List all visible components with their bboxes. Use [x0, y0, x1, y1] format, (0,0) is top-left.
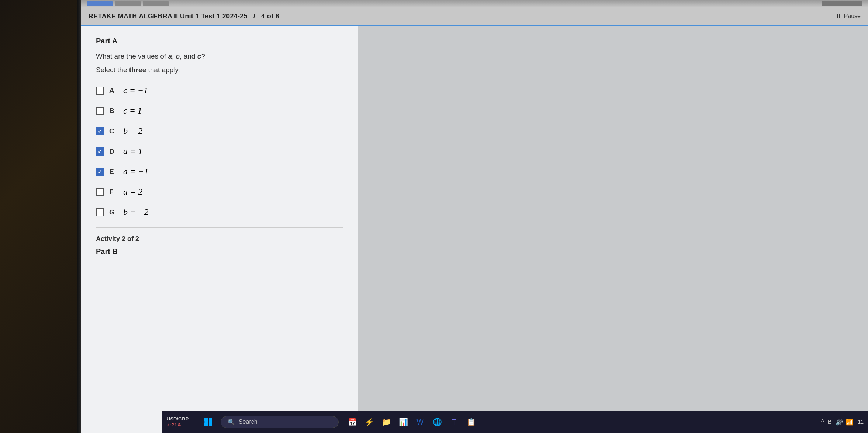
option-letter-d: D	[109, 147, 118, 156]
nav-btn-1[interactable]	[87, 1, 113, 6]
option-math-a: c = −1	[123, 85, 148, 95]
header-title: RETAKE MATH ALGEBRA II Unit 1 Test 1 202…	[89, 13, 279, 20]
part-a-label: Part A	[96, 37, 343, 45]
monitor-screen: RETAKE MATH ALGEBRA II Unit 1 Test 1 202…	[81, 0, 868, 433]
question-panel: Part A What are the values of a, b, and …	[81, 26, 358, 433]
option-math-c: b = 2	[123, 126, 142, 136]
search-text: Search	[239, 419, 257, 425]
tray-icon-1: ^	[821, 419, 824, 425]
physical-environment	[0, 0, 81, 433]
option-row-f: F a = 2	[96, 187, 343, 197]
option-letter-a: A	[109, 87, 118, 95]
option-row-c: C b = 2	[96, 126, 343, 136]
progress-text: 4 of 8	[261, 13, 279, 20]
select-instruction: Select the three that apply.	[96, 65, 343, 76]
system-tray: ^ 🖥 🔊 📶 11	[821, 419, 864, 426]
tray-wifi-icon: 📶	[846, 419, 853, 426]
taskbar-icons: 📅 ⚡ 📁 📊 W 🌐 T 📋	[345, 415, 478, 429]
folder-icon[interactable]: 📁	[379, 415, 393, 429]
option-row-b: B c = 1	[96, 106, 343, 116]
search-icon: 🔍	[228, 419, 235, 426]
sys-icons: ^ 🖥 🔊 📶	[821, 419, 854, 426]
option-letter-c: C	[109, 127, 118, 135]
option-row-d: D a = 1	[96, 146, 343, 156]
option-row-g: G b = −2	[96, 207, 343, 217]
taskbar: USD/GBP -0.31% 🔍 Search 📅 ⚡ 📁 📊 W	[162, 411, 868, 433]
option-letter-e: E	[109, 168, 118, 176]
tray-desktop-icon[interactable]: 🖥	[827, 419, 833, 425]
question-text: What are the values of a, b, and c?	[96, 51, 343, 62]
option-math-g: b = −2	[123, 207, 148, 217]
checkbox-d[interactable]	[96, 147, 104, 156]
option-letter-f: F	[109, 188, 118, 196]
extra-icon[interactable]: 📋	[464, 415, 478, 429]
calendar-icon[interactable]: 📅	[345, 415, 359, 429]
pause-label: Pause	[844, 13, 861, 20]
pause-button[interactable]: ⏸ Pause	[835, 13, 861, 20]
part-b-label: Part B	[96, 247, 343, 256]
option-row-e: E a = −1	[96, 167, 343, 177]
pause-icon: ⏸	[835, 13, 842, 20]
teams-icon[interactable]: T	[447, 415, 461, 429]
checkbox-c[interactable]	[96, 127, 104, 135]
currency-label: USD/GBP	[167, 416, 196, 422]
option-math-f: a = 2	[123, 187, 142, 197]
option-letter-g: G	[109, 208, 118, 216]
activity-label: Activity 2 of 2	[96, 235, 343, 243]
divider	[96, 227, 343, 228]
nav-cutoff-area	[81, 0, 868, 7]
header-bar: RETAKE MATH ALGEBRA II Unit 1 Test 1 202…	[81, 7, 868, 26]
clock: 11	[858, 419, 864, 425]
test-title-text: RETAKE MATH ALGEBRA II Unit 1 Test 1 202…	[89, 13, 248, 20]
option-math-d: a = 1	[123, 146, 142, 156]
option-row-a: A c = −1	[96, 85, 343, 95]
windows-logo	[204, 418, 212, 426]
start-button[interactable]	[200, 415, 217, 429]
word-icon[interactable]: W	[413, 415, 427, 429]
option-math-e: a = −1	[123, 167, 148, 177]
search-bar[interactable]: 🔍 Search	[221, 416, 339, 428]
nav-btn-2[interactable]	[115, 1, 141, 6]
powerpoint-icon[interactable]: 📊	[396, 415, 410, 429]
tray-volume-icon[interactable]: 🔊	[836, 419, 843, 426]
right-panel	[358, 26, 868, 433]
checkbox-e[interactable]	[96, 168, 104, 176]
checkbox-g[interactable]	[96, 208, 104, 216]
edge-icon[interactable]: 🌐	[430, 415, 444, 429]
nav-btn-4[interactable]	[822, 1, 862, 6]
option-letter-b: B	[109, 107, 118, 115]
office-icon[interactable]: ⚡	[362, 415, 376, 429]
option-math-b: c = 1	[123, 106, 142, 116]
currency-widget: USD/GBP -0.31%	[167, 416, 196, 428]
content-area: Part A What are the values of a, b, and …	[81, 26, 868, 433]
currency-change: -0.31%	[167, 422, 196, 428]
nav-btn-3[interactable]	[143, 1, 169, 6]
checkbox-f[interactable]	[96, 188, 104, 196]
checkbox-a[interactable]	[96, 87, 104, 95]
checkbox-b[interactable]	[96, 107, 104, 115]
